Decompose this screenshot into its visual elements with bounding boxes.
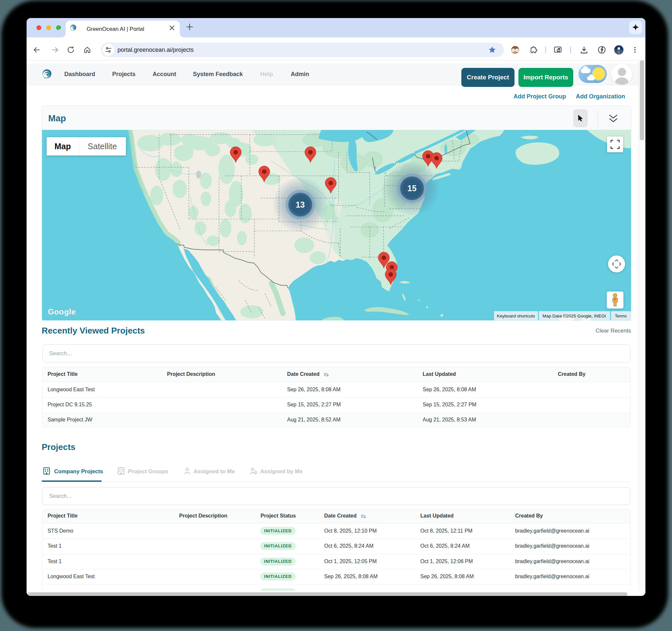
svg-text:Map: Map <box>54 142 71 151</box>
svg-text:15: 15 <box>408 184 417 193</box>
svg-text:Keyboard shortcuts: Keyboard shortcuts <box>497 313 535 319</box>
svg-text:Map Data ©2025 Google, INEGI: Map Data ©2025 Google, INEGI <box>543 313 606 319</box>
svg-text:13: 13 <box>296 200 305 209</box>
svg-text:Terms: Terms <box>615 313 627 319</box>
svg-text:Google: Google <box>48 307 76 316</box>
svg-text:Satellite: Satellite <box>88 142 117 151</box>
